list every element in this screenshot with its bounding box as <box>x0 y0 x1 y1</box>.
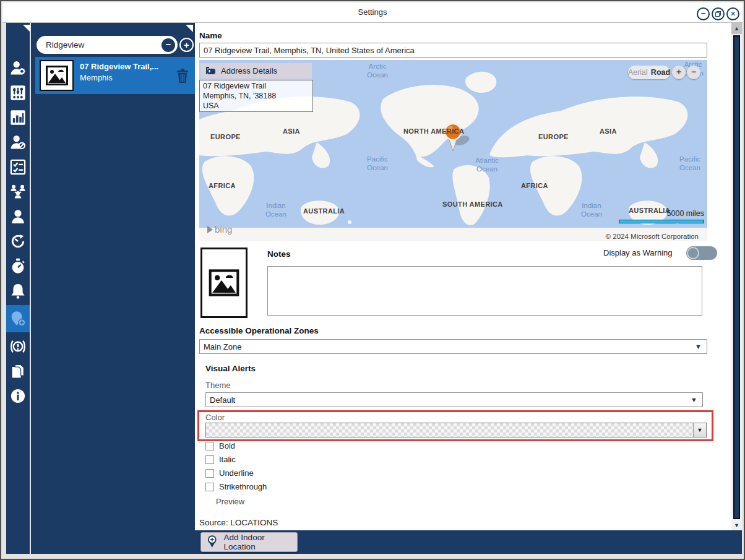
location-title: 07 Ridgeview Trail,... <box>80 62 158 71</box>
window-bottom-gutter <box>2 554 743 560</box>
strikethrough-checkbox[interactable] <box>205 483 214 491</box>
minimize-button[interactable]: − <box>697 7 710 20</box>
plus-icon: + <box>184 40 189 50</box>
main-content: Name <box>195 23 731 530</box>
strikethrough-checkbox-row[interactable]: Strikethrough <box>205 482 267 491</box>
map-scale-bar <box>619 220 704 223</box>
map-label-continent: EUROPE <box>538 133 569 140</box>
restore-button[interactable] <box>712 7 725 20</box>
map-label-ocean: Pacific Ocean <box>671 155 707 172</box>
clear-search-button[interactable]: − <box>161 38 175 52</box>
sidebar-item-timer-reset[interactable] <box>6 231 30 252</box>
combo-arrow-icon: ▼ <box>697 427 703 433</box>
scrollbar-thumb[interactable] <box>733 35 740 519</box>
search-input[interactable] <box>46 37 148 53</box>
color-dropdown[interactable]: ▼ <box>205 423 707 437</box>
location-photo-placeholder[interactable] <box>200 248 248 318</box>
address-line: Memphis, TN, '38188 <box>203 91 309 101</box>
name-input[interactable] <box>199 43 707 58</box>
plus-icon: + <box>676 67 681 77</box>
zones-dropdown[interactable]: Main Zone ▼ <box>199 339 707 354</box>
bing-logo: bing <box>207 224 232 235</box>
sidebar-item-user-disabled[interactable] <box>6 132 30 153</box>
sidebar-item-alerts-bell[interactable] <box>6 280 30 301</box>
map-label-ocean: Arctic Ocean <box>359 62 396 79</box>
bold-checkbox[interactable] <box>205 442 214 450</box>
display-as-warning-label: Display as Warning <box>603 248 673 257</box>
address-details-button[interactable]: Address Details <box>200 63 312 79</box>
panel-collapse-handle[interactable] <box>186 25 193 32</box>
map-zoom-in-button[interactable]: + <box>672 66 686 79</box>
sidebar-item-stopwatch[interactable] <box>6 256 30 277</box>
add-indoor-location-label: Add Indoor Location <box>224 533 297 551</box>
map-label-continent: EUROPE <box>210 133 241 140</box>
list-item-location[interactable]: 07 Ridgeview Trail,... Memphis <box>35 57 195 94</box>
scroll-up-button[interactable]: ▲ <box>731 23 742 34</box>
search-box: − <box>37 36 178 54</box>
address-line: USA <box>203 101 309 111</box>
documents-icon <box>9 363 27 380</box>
underline-checkbox-row[interactable]: Underline <box>205 468 254 478</box>
sidebar-collapse-handle[interactable] <box>23 25 30 32</box>
bottom-bar: Add Indoor Location <box>195 530 742 554</box>
sidebar-item-info[interactable] <box>6 386 30 407</box>
sidebar-item-alert-exclamation[interactable] <box>6 336 30 357</box>
italic-checkbox-row[interactable]: Italic <box>205 455 236 464</box>
user-block-icon <box>9 134 27 151</box>
sidebar-item-user[interactable] <box>6 206 30 227</box>
sidebar-item-documents[interactable] <box>6 361 30 382</box>
map-label-continent: AFRICA <box>209 182 236 189</box>
map-zoom-out-button[interactable]: − <box>687 66 700 79</box>
team-icon <box>9 183 27 200</box>
notes-label: Notes <box>267 249 291 259</box>
sidebar-item-filters[interactable] <box>6 82 30 103</box>
close-icon: ✕ <box>730 10 736 17</box>
bing-logo-icon <box>207 226 213 233</box>
source-text: Source: LOCATIONS <box>199 518 278 527</box>
location-subtitle: Memphis <box>80 73 113 82</box>
map-label-ocean: Indian Ocean <box>574 201 609 218</box>
bar-chart-icon <box>9 109 27 126</box>
minus-icon: − <box>691 67 696 77</box>
vertical-scrollbar[interactable]: ▲ ▼ <box>731 23 742 530</box>
sidebar-item-team-hierarchy[interactable] <box>6 181 30 202</box>
sidebar-item-checklist[interactable] <box>6 157 30 178</box>
sidebar-item-locations-add[interactable] <box>6 305 30 332</box>
chevron-down-icon: ▼ <box>695 343 707 350</box>
map[interactable]: Arctic Ocean Arctic Ocean EUROPE ASIA NO… <box>199 60 707 241</box>
theme-dropdown[interactable]: Default ▼ <box>205 392 703 407</box>
icon-sidebar <box>6 23 30 554</box>
color-dropdown-button[interactable]: ▼ <box>693 423 706 437</box>
italic-checkbox[interactable] <box>205 455 214 464</box>
map-view-toggle[interactable]: Aerial Road <box>628 66 670 79</box>
sidebar-item-user-settings[interactable] <box>6 58 30 79</box>
scroll-down-button[interactable]: ▼ <box>731 520 742 530</box>
underline-label: Underline <box>219 468 254 478</box>
notes-textarea[interactable] <box>267 266 702 316</box>
display-as-warning-toggle[interactable] <box>686 246 717 260</box>
map-label-continent: NORTH AMERICA <box>403 127 464 135</box>
info-icon <box>9 387 27 405</box>
name-label: Name <box>199 31 222 40</box>
zones-value: Main Zone <box>200 342 695 351</box>
add-location-button[interactable]: + <box>179 38 194 52</box>
close-button[interactable]: ✕ <box>726 7 739 20</box>
sliders-icon <box>9 84 27 101</box>
settings-window: Settings − ✕ <box>0 0 745 560</box>
alert-icon <box>9 338 27 355</box>
sidebar-item-statistics[interactable] <box>6 107 30 128</box>
theme-value: Default <box>206 395 691 405</box>
mailbox-icon <box>205 66 216 75</box>
add-indoor-location-button[interactable]: Add Indoor Location <box>200 532 298 552</box>
road-option[interactable]: Road <box>651 68 670 77</box>
map-label-ocean: Atlantic Ocean <box>468 156 506 173</box>
photo-icon <box>45 65 69 86</box>
aerial-option[interactable]: Aerial <box>628 68 648 77</box>
location-thumbnail <box>40 60 74 91</box>
map-label-ocean: Indian Ocean <box>259 201 293 218</box>
delete-location-button[interactable] <box>175 67 190 87</box>
underline-checkbox[interactable] <box>205 469 214 478</box>
bold-checkbox-row[interactable]: Bold <box>205 441 235 450</box>
title-bar: Settings − ✕ <box>2 2 743 23</box>
scroll-down-icon: ▼ <box>734 522 739 528</box>
